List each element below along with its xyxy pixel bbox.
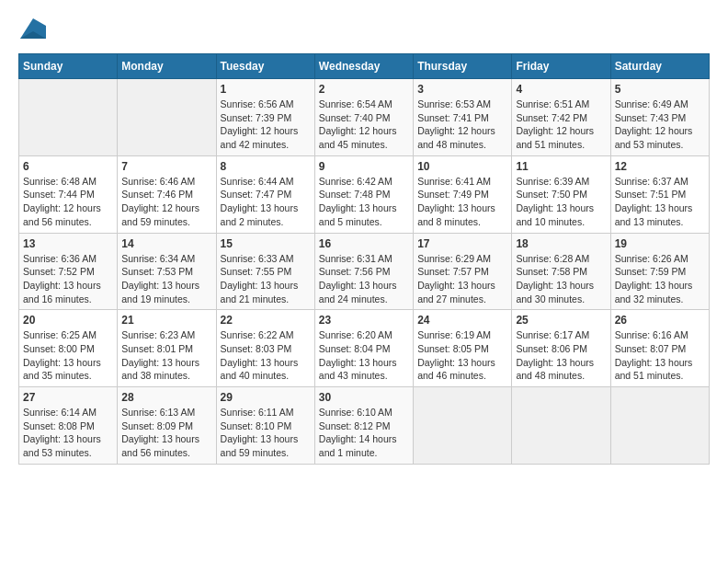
day-info: Sunrise: 6:13 AM bbox=[121, 406, 211, 419]
day-number: 5 bbox=[615, 83, 705, 96]
day-info: Sunrise: 6:46 AM bbox=[121, 175, 211, 189]
day-info: Sunset: 7:56 PM bbox=[319, 265, 409, 279]
day-info: Daylight: 12 hours and 48 minutes. bbox=[417, 124, 507, 151]
day-cell: 2Sunrise: 6:54 AMSunset: 7:40 PMDaylight… bbox=[314, 79, 413, 156]
day-number: 23 bbox=[319, 314, 409, 327]
day-info: Daylight: 13 hours and 5 minutes. bbox=[319, 201, 409, 228]
day-info: Sunrise: 6:41 AM bbox=[417, 175, 507, 189]
day-info: Sunset: 7:48 PM bbox=[319, 188, 409, 201]
day-cell: 19Sunrise: 6:26 AMSunset: 7:59 PMDayligh… bbox=[610, 233, 709, 310]
logo bbox=[18, 18, 46, 39]
day-number: 15 bbox=[221, 237, 311, 250]
day-number: 28 bbox=[121, 391, 211, 404]
week-row-2: 6Sunrise: 6:48 AMSunset: 7:44 PMDaylight… bbox=[19, 155, 710, 233]
day-info: Sunrise: 6:16 AM bbox=[615, 328, 705, 342]
day-number: 20 bbox=[23, 314, 113, 327]
day-number: 11 bbox=[516, 160, 606, 173]
day-number: 8 bbox=[221, 160, 311, 173]
day-number: 21 bbox=[121, 314, 211, 327]
col-thursday: Thursday bbox=[414, 54, 512, 79]
day-number: 2 bbox=[319, 83, 409, 96]
day-number: 3 bbox=[417, 83, 507, 96]
day-info: Sunrise: 6:56 AM bbox=[221, 98, 311, 111]
day-info: Sunset: 7:50 PM bbox=[516, 188, 606, 201]
day-info: Sunset: 7:59 PM bbox=[615, 265, 705, 279]
day-info: Sunrise: 6:25 AM bbox=[23, 328, 113, 342]
day-info: Daylight: 12 hours and 51 minutes. bbox=[516, 124, 606, 151]
day-info: Daylight: 13 hours and 21 minutes. bbox=[221, 279, 311, 305]
day-cell: 10Sunrise: 6:41 AMSunset: 7:49 PMDayligh… bbox=[414, 155, 512, 233]
day-info: Daylight: 12 hours and 53 minutes. bbox=[615, 124, 705, 151]
day-cell: 22Sunrise: 6:22 AMSunset: 8:03 PMDayligh… bbox=[216, 310, 314, 387]
day-cell bbox=[610, 387, 709, 465]
day-info: Sunrise: 6:54 AM bbox=[319, 98, 409, 111]
day-number: 30 bbox=[319, 391, 409, 404]
day-info: Sunset: 7:53 PM bbox=[121, 265, 211, 279]
day-info: Sunset: 7:43 PM bbox=[615, 111, 705, 125]
day-number: 18 bbox=[516, 237, 606, 250]
day-cell: 20Sunrise: 6:25 AMSunset: 8:00 PMDayligh… bbox=[19, 310, 118, 387]
day-number: 17 bbox=[417, 237, 507, 250]
day-info: Sunset: 7:51 PM bbox=[615, 188, 705, 201]
day-info: Daylight: 12 hours and 59 minutes. bbox=[121, 201, 211, 228]
col-friday: Friday bbox=[512, 54, 610, 79]
day-number: 26 bbox=[615, 314, 705, 327]
day-info: Sunrise: 6:37 AM bbox=[615, 175, 705, 189]
day-cell: 7Sunrise: 6:46 AMSunset: 7:46 PMDaylight… bbox=[118, 155, 216, 233]
day-info: Sunset: 7:52 PM bbox=[23, 265, 113, 279]
day-cell: 6Sunrise: 6:48 AMSunset: 7:44 PMDaylight… bbox=[19, 155, 118, 233]
day-info: Sunrise: 6:33 AM bbox=[221, 252, 311, 266]
day-info: Sunrise: 6:28 AM bbox=[516, 252, 606, 266]
day-info: Daylight: 13 hours and 2 minutes. bbox=[221, 201, 311, 228]
col-wednesday: Wednesday bbox=[314, 54, 413, 79]
day-cell bbox=[414, 387, 512, 465]
day-number: 25 bbox=[516, 314, 606, 327]
day-cell: 24Sunrise: 6:19 AMSunset: 8:05 PMDayligh… bbox=[414, 310, 512, 387]
day-cell bbox=[512, 387, 610, 465]
logo-icon bbox=[20, 18, 46, 39]
day-info: Sunrise: 6:26 AM bbox=[615, 252, 705, 266]
day-info: Daylight: 13 hours and 38 minutes. bbox=[121, 356, 211, 383]
day-cell: 27Sunrise: 6:14 AMSunset: 8:08 PMDayligh… bbox=[19, 387, 118, 465]
day-info: Sunrise: 6:29 AM bbox=[417, 252, 507, 266]
day-cell: 12Sunrise: 6:37 AMSunset: 7:51 PMDayligh… bbox=[610, 155, 709, 233]
day-info: Daylight: 14 hours and 1 minute. bbox=[319, 432, 409, 459]
day-info: Daylight: 13 hours and 10 minutes. bbox=[516, 201, 606, 228]
day-info: Daylight: 13 hours and 27 minutes. bbox=[417, 279, 507, 305]
day-number: 12 bbox=[615, 160, 705, 173]
day-info: Daylight: 13 hours and 8 minutes. bbox=[417, 201, 507, 228]
day-cell: 16Sunrise: 6:31 AMSunset: 7:56 PMDayligh… bbox=[314, 233, 413, 310]
day-cell: 17Sunrise: 6:29 AMSunset: 7:57 PMDayligh… bbox=[414, 233, 512, 310]
day-cell: 13Sunrise: 6:36 AMSunset: 7:52 PMDayligh… bbox=[19, 233, 118, 310]
week-row-5: 27Sunrise: 6:14 AMSunset: 8:08 PMDayligh… bbox=[19, 387, 710, 465]
day-info: Daylight: 13 hours and 19 minutes. bbox=[121, 279, 211, 305]
day-number: 22 bbox=[221, 314, 311, 327]
day-info: Daylight: 13 hours and 32 minutes. bbox=[615, 279, 705, 305]
day-info: Sunrise: 6:49 AM bbox=[615, 98, 705, 111]
day-info: Sunrise: 6:17 AM bbox=[516, 328, 606, 342]
day-cell: 14Sunrise: 6:34 AMSunset: 7:53 PMDayligh… bbox=[118, 233, 216, 310]
day-cell: 23Sunrise: 6:20 AMSunset: 8:04 PMDayligh… bbox=[314, 310, 413, 387]
page-header bbox=[18, 18, 710, 39]
day-info: Sunrise: 6:11 AM bbox=[221, 406, 311, 419]
day-number: 27 bbox=[23, 391, 113, 404]
day-cell: 29Sunrise: 6:11 AMSunset: 8:10 PMDayligh… bbox=[216, 387, 314, 465]
day-number: 4 bbox=[516, 83, 606, 96]
day-info: Sunrise: 6:36 AM bbox=[23, 252, 113, 266]
day-info: Daylight: 13 hours and 59 minutes. bbox=[221, 432, 311, 459]
header-row: Sunday Monday Tuesday Wednesday Thursday… bbox=[19, 54, 710, 79]
day-cell: 18Sunrise: 6:28 AMSunset: 7:58 PMDayligh… bbox=[512, 233, 610, 310]
col-saturday: Saturday bbox=[610, 54, 709, 79]
day-info: Sunset: 8:04 PM bbox=[319, 342, 409, 356]
day-info: Sunrise: 6:42 AM bbox=[319, 175, 409, 189]
day-info: Sunrise: 6:22 AM bbox=[221, 328, 311, 342]
day-info: Sunset: 8:00 PM bbox=[23, 342, 113, 356]
day-number: 14 bbox=[121, 237, 211, 250]
day-info: Sunrise: 6:20 AM bbox=[319, 328, 409, 342]
day-info: Sunset: 7:55 PM bbox=[221, 265, 311, 279]
day-info: Daylight: 13 hours and 53 minutes. bbox=[23, 432, 113, 459]
day-info: Daylight: 12 hours and 45 minutes. bbox=[319, 124, 409, 151]
day-number: 19 bbox=[615, 237, 705, 250]
day-number: 16 bbox=[319, 237, 409, 250]
day-cell: 30Sunrise: 6:10 AMSunset: 8:12 PMDayligh… bbox=[314, 387, 413, 465]
